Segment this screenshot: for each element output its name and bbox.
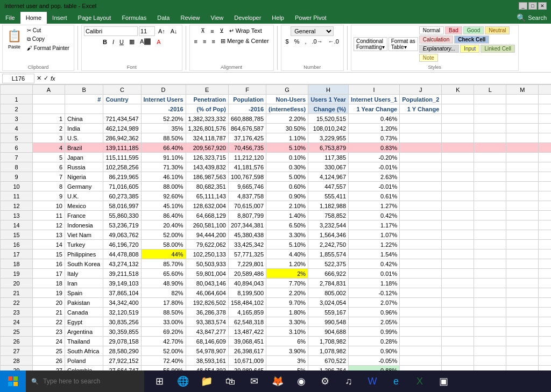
align-bottom-button[interactable]: ⊻ <box>217 26 226 35</box>
cell-n2[interactable] <box>539 104 551 114</box>
start-button[interactable] <box>0 370 26 392</box>
cell-g1[interactable]: Non-Users <box>266 95 308 104</box>
currency-button[interactable]: $ <box>284 37 291 46</box>
cell-h2[interactable]: Change (%) <box>308 104 349 114</box>
minimize-button[interactable]: _ <box>519 2 527 10</box>
taskbar-task-view[interactable]: ⊞ <box>149 370 170 392</box>
font-size-input[interactable]: 11 <box>139 26 155 36</box>
style-bad[interactable]: Bad <box>445 26 462 34</box>
cell-d1[interactable]: Internet Users <box>141 95 186 104</box>
cell-i2[interactable]: 1 Year Change <box>349 104 400 114</box>
format-painter-button[interactable]: 🖌 Format Painter <box>25 44 72 52</box>
taskbar-firefox[interactable]: 🦊 <box>267 370 288 392</box>
bold-button[interactable]: B <box>101 38 109 46</box>
increase-font-button[interactable]: A↑ <box>156 27 167 35</box>
italic-button[interactable]: I <box>110 38 116 46</box>
cell-l2[interactable] <box>474 104 506 114</box>
col-n[interactable]: N <box>539 85 551 95</box>
align-left-button[interactable]: ≡ <box>192 37 200 46</box>
row-1-header[interactable]: 1 <box>1 95 33 104</box>
cancel-formula-icon[interactable]: ✕ <box>37 75 41 82</box>
cell-l1[interactable] <box>474 95 506 104</box>
cell-e1[interactable]: Penetration <box>186 95 228 104</box>
col-e[interactable]: E <box>186 85 228 95</box>
fill-color-button[interactable]: A⬛ <box>138 37 153 46</box>
style-neutral[interactable]: Neutral <box>485 26 510 34</box>
wrap-text-button[interactable]: ↵ Wrap Text <box>227 26 264 35</box>
cell-g2[interactable]: (internetless) <box>266 104 308 114</box>
underline-button[interactable]: U <box>117 38 126 46</box>
cell-c1[interactable]: Country <box>103 95 141 104</box>
taskbar-store[interactable]: 🛍 <box>220 370 241 392</box>
tab-pagelayout[interactable]: Page Layout <box>73 12 117 24</box>
conditional-formatting-button[interactable]: ConditionalFormatting▾ <box>354 37 387 51</box>
search-icon[interactable]: 🔍 <box>517 13 526 22</box>
cell-f2[interactable]: -2016 <box>228 104 266 114</box>
align-top-button[interactable]: ⊼ <box>199 26 207 35</box>
row-2-header[interactable]: 2 <box>1 104 33 114</box>
align-center-button[interactable]: ≡ <box>201 37 208 46</box>
taskbar-settings[interactable]: ⚙ <box>314 370 336 392</box>
tab-formulas[interactable]: Formulas <box>116 12 152 24</box>
tab-insert[interactable]: Insert <box>47 12 73 24</box>
style-good[interactable]: Good <box>463 26 484 34</box>
col-b[interactable]: B <box>65 85 103 95</box>
tab-review[interactable]: Review <box>175 12 205 24</box>
merge-center-button[interactable]: ⊞ Merge & Center <box>218 37 271 46</box>
cell-k1[interactable] <box>442 95 474 104</box>
close-button[interactable]: ✕ <box>538 2 547 10</box>
taskbar-search-box[interactable]: 🔍 <box>26 370 144 392</box>
col-j[interactable]: J <box>400 85 442 95</box>
maximize-button[interactable]: □ <box>528 2 537 10</box>
style-linked[interactable]: Linked Cell <box>481 45 514 53</box>
insert-function-icon[interactable]: fx <box>51 75 55 82</box>
taskbar-spotify[interactable]: ♫ <box>338 370 359 392</box>
comma-button[interactable]: , <box>302 37 308 46</box>
col-c[interactable]: C <box>103 85 141 95</box>
col-m[interactable]: M <box>506 85 539 95</box>
style-calc[interactable]: Calculation <box>419 35 453 44</box>
formula-input[interactable] <box>58 75 549 82</box>
font-name-input[interactable]: Calibri <box>84 26 138 36</box>
col-h[interactable]: H <box>308 85 349 95</box>
taskbar-word[interactable]: W <box>362 370 383 392</box>
increase-decimal-button[interactable]: .0→ <box>310 37 325 46</box>
col-d[interactable]: D <box>141 85 186 95</box>
percent-button[interactable]: % <box>292 37 302 46</box>
cell-h1[interactable]: Users 1 Year <box>308 95 349 104</box>
tab-file[interactable]: File <box>0 12 20 24</box>
style-check[interactable]: Check Cell <box>454 35 489 44</box>
col-g[interactable]: G <box>266 85 308 95</box>
tab-data[interactable]: Data <box>152 12 175 24</box>
tab-developer[interactable]: Developer <box>229 12 266 24</box>
taskbar-mail[interactable]: ✉ <box>243 370 265 392</box>
col-l[interactable]: L <box>474 85 506 95</box>
col-i[interactable]: I <box>349 85 400 95</box>
cell-n1[interactable] <box>539 95 551 104</box>
cell-j1[interactable]: Population_2 <box>400 95 442 104</box>
cell-m2[interactable] <box>506 104 539 114</box>
cell-f1[interactable]: Population <box>228 95 266 104</box>
col-f[interactable]: F <box>228 85 266 95</box>
font-color-button[interactable]: A <box>154 38 163 46</box>
align-right-button[interactable]: ≡ <box>209 37 217 46</box>
format-as-table-button[interactable]: Format asTable▾ <box>388 37 418 51</box>
taskbar-ie[interactable]: e <box>385 370 407 392</box>
confirm-formula-icon[interactable]: ✓ <box>44 75 48 82</box>
taskbar-app[interactable]: ▣ <box>433 370 454 392</box>
tab-powerpivot[interactable]: Power Pivot <box>289 12 332 24</box>
sheet-area[interactable]: A B C D E F G H I J K L M N O P 1 <box>0 84 551 383</box>
taskbar-explorer[interactable]: 📁 <box>196 370 217 392</box>
cell-b1[interactable]: # <box>65 95 103 104</box>
style-input[interactable]: Input <box>460 45 479 53</box>
tab-help[interactable]: Help <box>266 12 289 24</box>
name-box[interactable]: L176 <box>2 74 34 83</box>
cell-b2[interactable] <box>65 104 103 114</box>
copy-button[interactable]: ⧉ Copy <box>25 35 72 44</box>
decrease-font-button[interactable]: A↓ <box>168 27 180 35</box>
cell-k2[interactable] <box>442 104 474 114</box>
decrease-decimal-button[interactable]: ←.0 <box>326 37 341 46</box>
align-middle-button[interactable]: ≡ <box>208 27 216 35</box>
style-note[interactable]: Note <box>419 54 438 62</box>
cell-a2[interactable] <box>33 104 65 114</box>
